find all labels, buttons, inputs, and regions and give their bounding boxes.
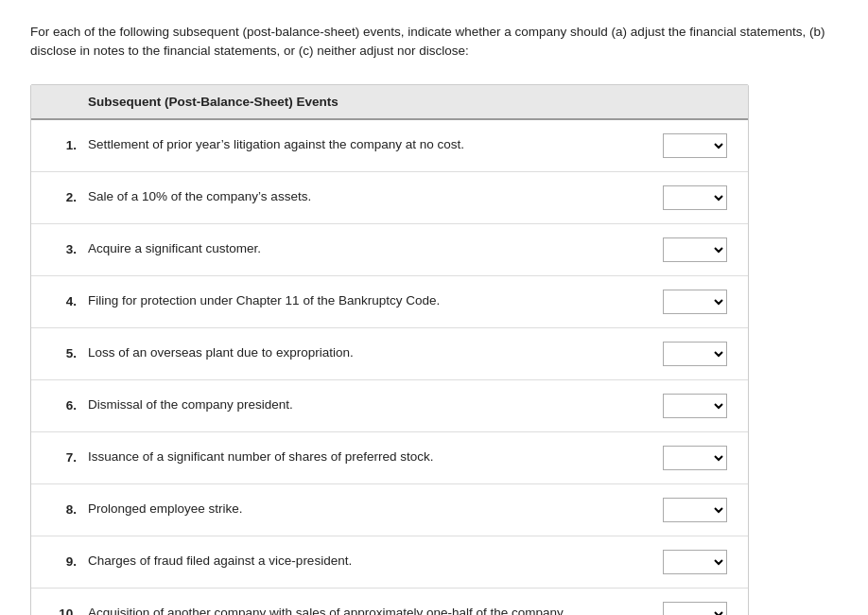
table-row: 6.Dismissal of the company president.abc [31, 380, 748, 432]
row-select-wrap-7: abc [657, 446, 733, 470]
row-text-7: Issuance of a significant number of shar… [88, 448, 657, 466]
row-select-wrap-5: abc [657, 342, 733, 366]
row-select-wrap-2: abc [657, 185, 733, 210]
table-header: Subsequent (Post-Balance-Sheet) Events [31, 85, 748, 120]
table-body: 1.Settlement of prior year’s litigation … [31, 120, 748, 616]
intro-text: For each of the following subsequent (po… [30, 23, 838, 62]
row-number-8: 8. [46, 502, 88, 517]
row-select-wrap-1: abc [657, 133, 733, 158]
table-row: 8.Prolonged employee strike.abc [31, 484, 748, 536]
row-number-4: 4. [46, 294, 88, 308]
row-text-3: Acquire a significant customer. [88, 240, 657, 258]
table-row: 9.Charges of fraud filed against a vice-… [31, 536, 748, 589]
row-text-6: Dismissal of the company president. [88, 396, 657, 414]
row-number-6: 6. [46, 398, 88, 413]
row-select-2[interactable]: abc [663, 185, 727, 210]
table-row: 2.Sale of a 10% of the company’s assets.… [31, 172, 748, 224]
row-select-4[interactable]: abc [663, 290, 727, 314]
row-select-8[interactable]: abc [663, 498, 727, 522]
row-text-8: Prolonged employee strike. [88, 501, 657, 518]
table-row: 4.Filing for protection under Chapter 11… [31, 276, 748, 328]
row-number-3: 3. [46, 242, 88, 256]
row-number-10: 10. [46, 606, 88, 615]
table-row: 1.Settlement of prior year’s litigation … [31, 120, 748, 172]
table-row: 3.Acquire a significant customer.abc [31, 224, 748, 276]
table-row: 10.Acquisition of another company with s… [31, 589, 748, 616]
table-row: 7.Issuance of a significant number of sh… [31, 432, 748, 484]
row-text-1: Settlement of prior year’s litigation ag… [88, 136, 657, 154]
row-number-9: 9. [46, 554, 88, 569]
row-text-10: Acquisition of another company with sale… [88, 605, 657, 615]
row-select-3[interactable]: abc [663, 237, 727, 262]
row-number-1: 1. [46, 138, 88, 152]
events-table: Subsequent (Post-Balance-Sheet) Events 1… [30, 84, 749, 616]
row-select-wrap-9: abc [657, 550, 733, 574]
row-select-10[interactable]: abc [663, 602, 727, 616]
row-text-9: Charges of fraud filed against a vice-pr… [88, 553, 657, 571]
row-select-5[interactable]: abc [663, 342, 727, 366]
row-select-wrap-10: abc [657, 602, 733, 616]
row-select-6[interactable]: abc [663, 394, 727, 418]
row-text-2: Sale of a 10% of the company’s assets. [88, 188, 657, 206]
row-select-9[interactable]: abc [663, 550, 727, 574]
table-row: 5.Loss of an overseas plant due to expro… [31, 328, 748, 380]
row-text-5: Loss of an overseas plant due to expropr… [88, 344, 657, 362]
row-select-1[interactable]: abc [663, 133, 727, 158]
row-number-5: 5. [46, 346, 88, 360]
row-number-2: 2. [46, 190, 88, 204]
row-text-4: Filing for protection under Chapter 11 o… [88, 292, 657, 310]
row-select-7[interactable]: abc [663, 446, 727, 470]
row-select-wrap-4: abc [657, 290, 733, 314]
row-select-wrap-6: abc [657, 394, 733, 418]
row-select-wrap-3: abc [657, 237, 733, 262]
row-select-wrap-8: abc [657, 498, 733, 522]
row-number-7: 7. [46, 450, 88, 465]
